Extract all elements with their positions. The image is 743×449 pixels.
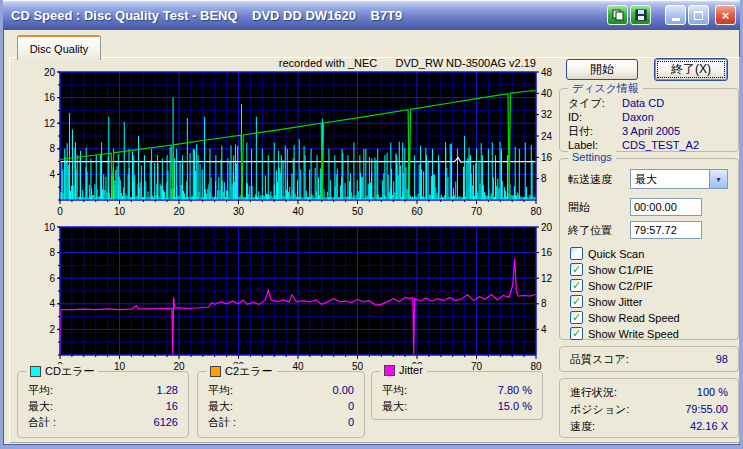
speed-value: 最大: [631, 170, 709, 188]
start-pos-label: 開始: [568, 200, 630, 215]
close-icon: ×: [722, 9, 730, 22]
quality-score-label: 品質スコア:: [570, 351, 629, 367]
cd-errors-title: CDエラー: [45, 364, 94, 379]
svg-text:16: 16: [541, 247, 553, 258]
progress-row: ポジション:79:55.00: [570, 401, 728, 418]
c1-read-speed-chart: 481216208162432404801020304050607080: [21, 68, 561, 220]
jitter-color-swatch: [384, 365, 395, 376]
progress-row: 進行状況:100 %: [570, 384, 728, 401]
checkbox-show-jitter[interactable]: Show Jitter: [570, 295, 730, 308]
svg-text:20: 20: [173, 206, 185, 217]
svg-text:32: 32: [541, 109, 553, 120]
show-jitter-checkbox[interactable]: [570, 295, 583, 308]
stat-row: 合計 :6126: [28, 414, 178, 430]
svg-text:12: 12: [44, 118, 56, 129]
stat-row: 最大:0: [208, 398, 354, 414]
svg-text:30: 30: [233, 206, 245, 217]
save-icon: [635, 9, 647, 21]
start-button[interactable]: 開始: [566, 59, 638, 80]
show-c1-pie-checkbox[interactable]: [570, 263, 583, 276]
end-position-field[interactable]: [630, 221, 702, 239]
disc-info-row: ID:Daxon: [568, 110, 730, 124]
jitter-panel: Jitter 平均:7.80 % 最大:15.0 %: [371, 371, 543, 420]
svg-text:6: 6: [49, 273, 55, 284]
svg-text:50: 50: [352, 206, 364, 217]
show-write-speed-checkbox[interactable]: [570, 327, 583, 340]
speed-combobox[interactable]: 最大 ▼: [630, 169, 728, 189]
start-position-field[interactable]: [630, 198, 702, 216]
svg-text:8: 8: [49, 247, 55, 258]
chevron-down-icon[interactable]: ▼: [709, 170, 727, 188]
disc-info-group: ディスク情報 タイプ:Data CD ID:Daxon 日付:3 April 2…: [559, 88, 739, 152]
jitter-chart: 2468104812162001020304050607080: [21, 223, 561, 375]
checkbox-show-write-speed[interactable]: Show Write Speed: [570, 327, 730, 340]
close-button[interactable]: ×: [715, 5, 736, 25]
c1-color-swatch: [30, 366, 41, 377]
save-button[interactable]: [630, 5, 651, 25]
minimize-icon: [672, 18, 680, 21]
jitter-title: Jitter: [399, 364, 423, 376]
show-read-speed-checkbox[interactable]: [570, 311, 583, 324]
svg-text:40: 40: [541, 88, 553, 99]
checkbox-show-c1-pie[interactable]: Show C1/PIE: [570, 263, 730, 276]
copy-button[interactable]: [607, 5, 628, 25]
disc-info-row: 日付:3 April 2005: [568, 124, 730, 138]
svg-text:60: 60: [411, 206, 423, 217]
stat-row: 最大:15.0 %: [382, 398, 532, 414]
svg-text:40: 40: [292, 206, 304, 217]
svg-text:10: 10: [44, 223, 56, 233]
disc-info-row: タイプ:Data CD: [568, 96, 730, 110]
c2-errors-title: C2エラー: [225, 364, 273, 379]
svg-text:8: 8: [541, 298, 547, 309]
stat-row: 平均:1.28: [28, 382, 178, 398]
svg-text:12: 12: [541, 273, 553, 284]
svg-text:80: 80: [530, 206, 542, 217]
checkbox-quick-scan[interactable]: Quick Scan: [570, 247, 730, 260]
disc-info-row: Label:CDS_TEST_A2: [568, 138, 730, 152]
titlebar: CD Speed : Disc Quality Test - BENQ DVD …: [3, 0, 740, 30]
stat-row: 平均:7.80 %: [382, 382, 532, 398]
window-title: CD Speed : Disc Quality Test - BENQ DVD …: [3, 8, 605, 23]
maximize-icon: [694, 11, 703, 20]
svg-text:16: 16: [541, 152, 553, 163]
svg-text:8: 8: [49, 143, 55, 154]
svg-text:20: 20: [44, 68, 56, 78]
end-pos-label: 終了位置: [568, 223, 630, 238]
checkbox-show-read-speed[interactable]: Show Read Speed: [570, 311, 730, 324]
svg-text:24: 24: [541, 131, 553, 142]
svg-text:16: 16: [44, 92, 56, 103]
svg-text:48: 48: [541, 68, 553, 78]
svg-text:8: 8: [541, 173, 547, 184]
speed-label: 転送速度: [568, 172, 630, 187]
app-window: CD Speed : Disc Quality Test - BENQ DVD …: [0, 0, 743, 449]
stat-row: 平均:0.00: [208, 382, 354, 398]
svg-text:0: 0: [57, 206, 63, 217]
stat-row: 最大:16: [28, 398, 178, 414]
copy-icon: [612, 9, 624, 21]
svg-text:70: 70: [471, 206, 483, 217]
quality-score-value: 98: [716, 351, 728, 367]
disc-info-title: ディスク情報: [568, 81, 643, 96]
settings-title: Settings: [568, 151, 616, 163]
cd-errors-panel: CDエラー 平均:1.28 最大:16 合計 :6126: [17, 371, 189, 438]
checkbox-show-c2-pif[interactable]: Show C2/PIF: [570, 279, 730, 292]
maximize-button[interactable]: [688, 5, 709, 25]
svg-text:20: 20: [541, 223, 553, 233]
stat-row: 合計 :0: [208, 414, 354, 430]
c2-color-swatch: [210, 366, 221, 377]
exit-button[interactable]: 終了(X): [654, 58, 728, 81]
tab-disc-quality[interactable]: Disc Quality: [17, 35, 101, 60]
settings-group: Settings 転送速度 最大 ▼ 開始 終了位置 Quick Scan Sh…: [559, 158, 739, 340]
svg-text:2: 2: [49, 324, 55, 335]
svg-text:4: 4: [49, 298, 55, 309]
quality-score-box: 品質スコア:98: [559, 346, 739, 372]
progress-row: 速度:42.16 X: [570, 418, 728, 435]
progress-box: 進行状況:100 % ポジション:79:55.00 速度:42.16 X: [559, 378, 739, 438]
svg-text:4: 4: [541, 324, 547, 335]
quick-scan-checkbox[interactable]: [570, 247, 583, 260]
svg-text:10: 10: [114, 206, 126, 217]
c2-errors-panel: C2エラー 平均:0.00 最大:0 合計 :0: [197, 371, 365, 438]
svg-text:4: 4: [49, 169, 55, 180]
show-c2-pif-checkbox[interactable]: [570, 279, 583, 292]
minimize-button[interactable]: [665, 5, 686, 25]
